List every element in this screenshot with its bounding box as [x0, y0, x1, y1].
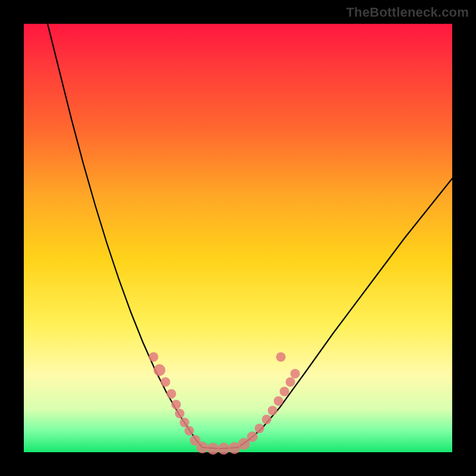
data-dot	[180, 418, 189, 427]
data-dot	[274, 396, 283, 406]
data-dot	[268, 406, 277, 415]
data-dot	[286, 377, 295, 387]
curve-group	[48, 24, 452, 449]
data-dot	[167, 389, 176, 399]
data-dot	[161, 377, 170, 387]
data-dot	[276, 352, 286, 362]
data-dot	[247, 431, 258, 442]
data-dot	[262, 415, 271, 424]
data-dot	[175, 409, 184, 418]
plot-area	[24, 24, 452, 452]
data-dot	[207, 443, 219, 455]
data-dot	[255, 424, 264, 433]
dot-group	[149, 352, 300, 455]
data-dot	[280, 387, 289, 396]
chart-svg	[24, 24, 452, 452]
bottleneck-curve	[48, 24, 452, 449]
data-dot	[184, 426, 194, 436]
data-dot	[196, 441, 208, 453]
data-dot	[149, 352, 158, 362]
chart-frame: TheBottleneck.com	[0, 0, 476, 476]
data-dot	[171, 400, 181, 409]
watermark-text: TheBottleneck.com	[346, 5, 469, 20]
data-dot	[154, 364, 165, 376]
data-dot	[218, 443, 230, 455]
data-dot	[290, 369, 300, 378]
